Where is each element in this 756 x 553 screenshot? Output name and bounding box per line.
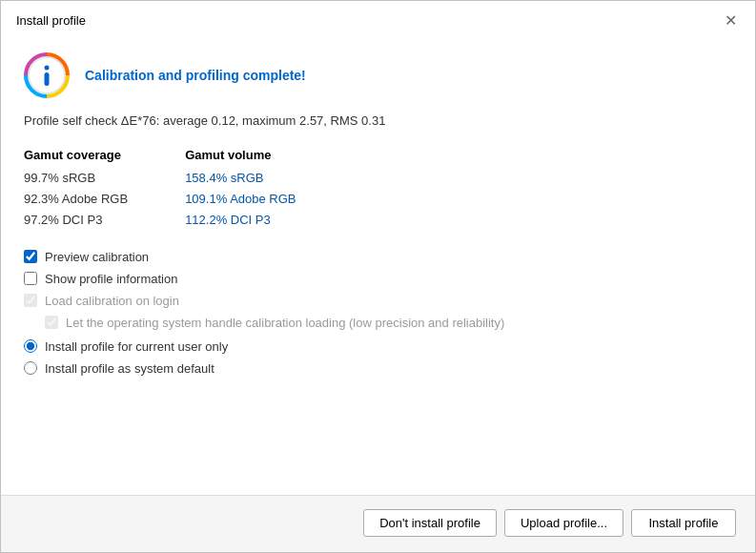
current-user-label[interactable]: Install profile for current user only <box>45 339 228 354</box>
gamut-coverage-row-2: 97.2% DCI P3 <box>24 210 128 231</box>
gamut-coverage-header: Gamut coverage <box>24 148 128 162</box>
self-check-text: Profile self check ΔE*76: average 0.12, … <box>24 112 732 131</box>
load-calibration-checkbox <box>24 294 37 307</box>
dialog-footer: Don't install profile Upload profile... … <box>1 495 755 552</box>
system-default-radio[interactable] <box>24 361 37 375</box>
preview-calibration-checkbox[interactable] <box>24 250 37 263</box>
gamut-coverage-row-1: 92.3% Adobe RGB <box>24 189 128 210</box>
current-user-radio[interactable] <box>24 339 37 353</box>
show-profile-row: Show profile information <box>24 272 732 286</box>
gamut-table: Gamut coverage 99.7% sRGB 92.3% Adobe RG… <box>24 148 732 231</box>
os-handle-label: Let the operating system handle calibrat… <box>66 316 504 330</box>
info-icon <box>24 52 70 98</box>
gamut-volume-row-1: 109.1% Adobe RGB <box>185 189 296 210</box>
load-calibration-row: Load calibration on login <box>24 294 732 308</box>
current-user-row: Install profile for current user only <box>24 339 732 354</box>
preview-calibration-label[interactable]: Preview calibration <box>45 250 149 264</box>
close-button[interactable]: ✕ <box>721 10 740 30</box>
system-default-label[interactable]: Install profile as system default <box>45 361 215 376</box>
dialog-content: Calibration and profiling complete! Prof… <box>1 37 755 495</box>
os-handle-checkbox <box>45 316 58 329</box>
load-calibration-label: Load calibration on login <box>45 294 179 308</box>
gamut-volume-row-0: 158.4% sRGB <box>185 168 296 189</box>
svg-point-2 <box>45 66 50 71</box>
svg-rect-3 <box>45 72 50 86</box>
show-profile-checkbox[interactable] <box>24 272 37 285</box>
dialog-title: Install profile <box>16 13 86 28</box>
gamut-volume-col: Gamut volume 158.4% sRGB 109.1% Adobe RG… <box>185 148 296 231</box>
install-profile-dialog: Install profile ✕ <box>0 0 756 553</box>
upload-profile-button[interactable]: Upload profile... <box>504 509 623 537</box>
preview-calibration-row: Preview calibration <box>24 250 732 264</box>
gamut-volume-row-2: 112.2% DCI P3 <box>185 210 296 231</box>
os-handle-row: Let the operating system handle calibrat… <box>45 316 732 330</box>
gamut-volume-header: Gamut volume <box>185 148 296 162</box>
dont-install-button[interactable]: Don't install profile <box>363 509 497 537</box>
system-default-row: Install profile as system default <box>24 361 732 376</box>
gamut-coverage-col: Gamut coverage 99.7% sRGB 92.3% Adobe RG… <box>24 148 128 231</box>
title-bar: Install profile ✕ <box>1 1 755 37</box>
gamut-coverage-row-0: 99.7% sRGB <box>24 168 128 189</box>
install-profile-button[interactable]: Install profile <box>631 509 736 537</box>
status-header: Calibration and profiling complete! <box>24 52 732 98</box>
show-profile-label[interactable]: Show profile information <box>45 272 177 286</box>
calibration-status: Calibration and profiling complete! <box>85 68 306 83</box>
